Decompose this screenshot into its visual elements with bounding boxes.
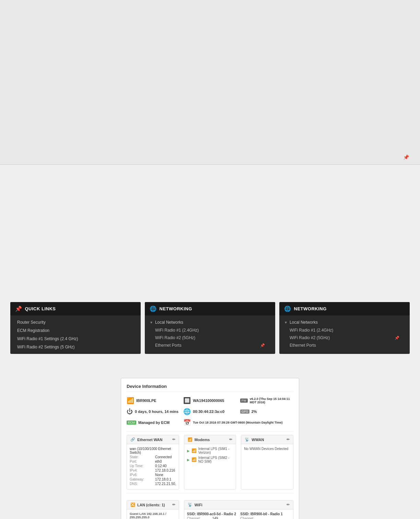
quick-links-title: QUICK LINKS [25,306,56,311]
wan-state-row: State: Connected [130,455,176,459]
quick-link-ecm-registration[interactable]: ECM Registration [10,326,141,335]
time-value: Tue Oct 18 2016 07:39:29 GMT-0600 (Mount… [193,421,282,424]
wan-uptime-val: 0:12:40 [155,464,166,468]
cards-row: 📌 QUICK LINKS Router Security ECM Regist… [0,295,420,361]
wifi-radio1-block: SSID: IBR900-b0 - Radio 1 Channel: Conte… [240,512,290,519]
wifi-r1-channel: Channel: [240,517,290,519]
lan-header: 🔀 LAN (clients: 1) ✏ [127,500,179,509]
wifi-r2-ch-key: Channel: [187,517,211,519]
wan-uptime-key: Up Time: [130,464,154,468]
networking-2-body: ▼ Local Networks WiFi Radio #1 (2.4GHz) … [279,315,410,352]
time-stat: 📅 Tue Oct 18 2016 07:39:29 GMT-0600 (Mou… [183,419,293,426]
wan-ipv6-row: IPv6: None [130,473,176,477]
wan-type-row: wan (10/100/1000 Ethernet Switch) [130,447,176,454]
modem-arrow-1: ▶ [187,449,190,453]
signal-icon: 📶 [127,397,134,404]
networking-1-body: ▼ Local Networks WiFi Radio #1 (2.4GHz) … [145,315,275,352]
ethernet-wan-edit[interactable]: ✏ [172,437,175,442]
wifi-radio1-link-1[interactable]: WiFi Radio #1 (2.4GHz) [145,326,275,334]
wifi-radio2-ssid: SSID: IBR900-ac0-5d - Radio 2 [187,512,237,516]
device-info-panel: Device Information 📶 IBR900LPE 🔲 WA19410… [121,378,299,519]
local-networks-section-2[interactable]: ▼ Local Networks [279,318,410,326]
lan-icon: 🔀 [130,503,135,507]
ethernet-ports-link-1[interactable]: Ethernet Ports 📌 [145,342,275,349]
top-area [0,0,420,165]
wan-uptime-row: Up Time: 0:12:40 [130,464,176,468]
modems-title: Modems [195,438,210,442]
wan-gateway-row: Gateway: 172.18.0.1 [130,477,176,481]
wan-state-val: Connected [155,455,172,459]
wifi-icon: 📡 [188,503,192,507]
section-arrow-1: ▼ [150,321,153,324]
wwan-body: No WWAN Devices Detected [241,444,293,472]
divider-1 [127,431,293,431]
wifi-radio2-pin-2: 📌 [395,336,399,340]
device-stats-grid: 📶 IBR900LPE 🔲 WA194100000065 FW v6.2.0 (… [127,397,293,426]
divider-2 [127,493,293,493]
ecm-label: Managed by ECM [138,420,170,425]
modem-label-1: Internal LPS (SIM1 - Verizon) [198,447,233,454]
serial-stat: 🔲 WA194100000065 [183,397,236,404]
ecm-stat: ECM Managed by ECM [127,419,180,426]
quick-link-router-security[interactable]: Router Security [10,318,141,326]
local-networks-section-1[interactable]: ▼ Local Networks [145,318,275,326]
modem-icon-2: 📶 [191,457,197,462]
networking-2-icon: 🌐 [284,305,291,312]
wan-ipv4-key: IPv4: [130,469,154,472]
networking-1-title: NETWORKING [160,306,192,311]
firmware-version: v6.2.0 (Thu Sep 15 14:04:11 MDT 2016) [250,397,293,404]
uptime-stat: ⏻ 0 days, 0 hours, 14 mins [127,408,180,415]
wan-ipv6-key: IPv6: [130,473,154,477]
bottom-sections-grid: 🔀 LAN (clients: 1) ✏ Guest LAN 192.168.1… [127,497,293,519]
quick-link-wifi-radio2[interactable]: WiFi Radio #2 Settings (5 GHz) [10,343,141,351]
calendar-icon: 📅 [183,419,191,426]
device-info-title: Device Information [127,384,293,392]
firmware-stat: FW v6.2.0 (Thu Sep 15 14:04:11 MDT 2016) [240,397,293,404]
network-icon: 🌐 [183,408,191,415]
quick-links-card: 📌 QUICK LINKS Router Security ECM Regist… [10,302,141,354]
wifi-edit[interactable]: ✏ [287,503,290,507]
wan-ipv4-val: 172.18.0.216 [155,469,175,472]
hardware-icon: 🔲 [183,397,191,404]
wifi-title: WiFi [195,503,202,507]
networking-card-1: 🌐 NETWORKING ▼ Local Networks WiFi Radio… [145,302,275,354]
modem-arrow-2: ▶ [187,458,190,462]
modems-body: ▶ 📶 Internal LPS (SIM1 - Verizon) ▶ 📶 In… [184,444,236,472]
wifi-radio1-link-2[interactable]: WiFi Radio #1 (2.4GHz) [279,326,410,334]
wifi-radio2-link-2[interactable]: WiFi Radio #2 (5GHz) 📌 [279,334,410,342]
wan-port-key: Port: [130,460,154,463]
wwan-title: WWAN [252,438,264,442]
lan-section: 🔀 LAN (clients: 1) ✏ Guest LAN 192.168.1… [127,500,179,519]
quick-link-wifi-radio1[interactable]: WiFi Radio #1 Settings (2.4 GHz) [10,335,141,343]
networking-card-2: 🌐 NETWORKING ▼ Local Networks WiFi Radio… [279,302,410,354]
ethernet-ports-pin-1: 📌 [260,343,265,348]
local-networks-label-2: Local Networks [290,320,318,325]
section-arrow-2: ▼ [284,321,288,324]
wan-ipv6-val: None [155,473,163,477]
wifi-radio2-link-1[interactable]: WiFi Radio #2 (5GHz) [145,334,275,342]
serial-value: WA194100000065 [193,399,224,403]
mac-stat: 🌐 00:30:44:22:3a:c0 [183,408,236,415]
main-content: Device Information 📶 IBR900LPE 🔲 WA19410… [0,368,420,519]
wan-dns-val: 172.21.21.50, [155,482,176,486]
networking-2-header: 🌐 NETWORKING [279,302,410,315]
networking-2-title: NETWORKING [294,306,327,311]
wan-type-val: wan (10/100/1000 Ethernet Switch) [130,447,176,454]
networking-1-header: 🌐 NETWORKING [145,302,275,315]
lan-edit[interactable]: ✏ [172,503,175,507]
modems-icon: 📶 [188,437,192,442]
wan-port-val: eth0 [155,460,162,463]
ethernet-wan-icon: 🔗 [130,437,135,442]
mac-value: 00:30:44:22:3a:c0 [193,410,224,414]
power-icon: ⏻ [127,408,133,415]
modems-edit[interactable]: ✏ [229,437,232,442]
wan-gateway-key: Gateway: [130,477,154,481]
wan-ipv4-row: IPv4: 172.18.0.216 [130,469,176,472]
quick-links-header: 📌 QUICK LINKS [10,302,141,315]
wwan-edit[interactable]: ✏ [287,437,290,442]
modem-icon-1: 📶 [191,448,197,453]
wifi-section: 📡 WiFi ✏ SSID: IBR900-ac0-5d - Radio 2 C… [184,500,293,519]
uptime-value: 0 days, 0 hours, 14 mins [135,410,178,414]
ethernet-ports-link-2[interactable]: Ethernet Ports [279,342,410,349]
lan-title: LAN (clients: 1) [137,503,165,507]
